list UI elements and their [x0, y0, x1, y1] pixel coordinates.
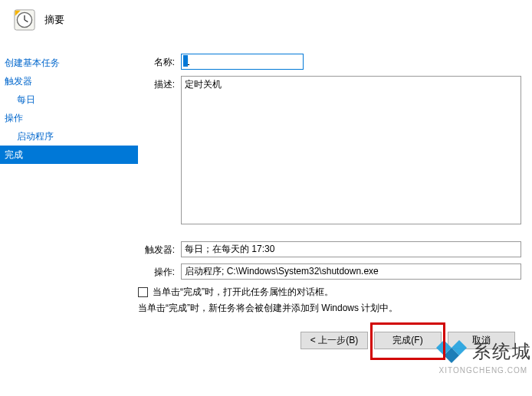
wizard-title: 摘要	[44, 13, 64, 27]
sidebar-item-action[interactable]: 操作	[0, 109, 138, 127]
selection-highlight	[183, 55, 188, 67]
cancel-button[interactable]: 取消	[448, 332, 515, 349]
sidebar-item-finish[interactable]: 完成	[0, 146, 138, 164]
name-label: 名称:	[138, 54, 181, 69]
open-properties-checkbox[interactable]	[138, 287, 148, 297]
watermark-sub: XITONGCHENG.COM	[439, 366, 527, 375]
svg-marker-7	[444, 348, 459, 363]
trigger-label: 触发器:	[138, 241, 181, 257]
description-textarea[interactable]	[181, 76, 521, 224]
sidebar-item-start-program[interactable]: 启动程序	[0, 127, 138, 146]
sidebar-item-create-task[interactable]: 创建基本任务	[0, 54, 138, 72]
sidebar-item-trigger[interactable]: 触发器	[0, 72, 138, 90]
finish-button[interactable]: 完成(F)	[374, 332, 442, 349]
info-text: 当单击“完成”时，新任务将会被创建并添加到 Windows 计划中。	[138, 302, 521, 315]
button-row: < 上一步(B) 完成(F) 取消	[138, 332, 521, 349]
trigger-value	[181, 241, 521, 257]
name-input[interactable]	[181, 54, 304, 70]
wizard-header: 摘要	[0, 0, 532, 54]
sidebar-item-daily[interactable]: 每日	[0, 90, 138, 109]
clock-icon	[14, 9, 35, 31]
action-label: 操作:	[138, 263, 181, 279]
checkbox-label: 当单击“完成”时，打开此任务属性的对话框。	[153, 286, 333, 299]
back-button[interactable]: < 上一步(B)	[300, 332, 368, 349]
wizard-main: 名称: 描述: 触发器: 操作: 当单击“完成”时，打开此任务属性的对话框。 当…	[138, 54, 532, 349]
action-value	[181, 263, 521, 280]
description-label: 描述:	[138, 76, 181, 91]
wizard-sidebar: 创建基本任务 触发器 每日 操作 启动程序 完成	[0, 54, 138, 349]
